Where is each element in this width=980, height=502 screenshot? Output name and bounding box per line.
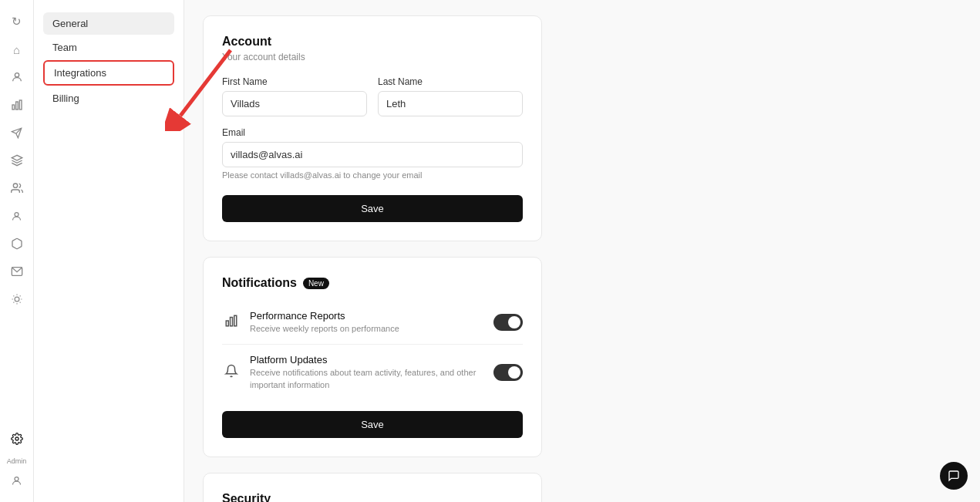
refresh-icon[interactable]: ↻ — [5, 9, 29, 34]
nav-item-integrations[interactable]: Integrations — [43, 60, 174, 86]
bulb-icon[interactable] — [5, 287, 29, 312]
account-subtitle: Your account details — [222, 52, 523, 62]
notifications-title: Notifications — [222, 276, 297, 290]
performance-title: Performance Reports — [250, 310, 484, 322]
home-icon[interactable]: ⌂ — [5, 37, 29, 62]
security-card: Security Password Update your password U… — [203, 473, 542, 502]
svg-line-14 — [19, 302, 20, 303]
notif-item-performance: Performance Reports Receive weekly repor… — [222, 301, 523, 345]
performance-text: Performance Reports Receive weekly repor… — [250, 310, 484, 335]
admin-avatar-icon[interactable] — [5, 468, 29, 493]
svg-point-8 — [15, 212, 19, 216]
svg-point-10 — [15, 297, 19, 302]
svg-point-7 — [13, 184, 17, 187]
svg-rect-24 — [231, 317, 233, 325]
performance-toggle[interactable] — [493, 314, 523, 331]
last-name-label: Last Name — [378, 76, 523, 87]
settings-nav: General Team Integrations Billing — [34, 0, 184, 502]
platform-icon — [222, 364, 241, 382]
person-icon[interactable] — [5, 204, 29, 228]
svg-line-13 — [13, 295, 14, 296]
chat-button[interactable] — [940, 462, 968, 490]
platform-text: Platform Updates Receive notifications a… — [250, 354, 484, 391]
svg-point-0 — [15, 73, 19, 77]
performance-desc: Receive weekly reports on performance — [250, 323, 484, 335]
email-note: Please contact villads@alvas.ai to chang… — [222, 170, 523, 180]
account-save-button[interactable]: Save — [222, 195, 523, 222]
nav-item-billing[interactable]: Billing — [43, 87, 174, 109]
layers-icon[interactable] — [5, 148, 29, 173]
email-label: Email — [222, 127, 523, 138]
svg-rect-25 — [234, 315, 237, 326]
svg-rect-23 — [226, 321, 228, 326]
account-title: Account — [222, 35, 523, 49]
svg-rect-3 — [19, 100, 22, 109]
svg-rect-1 — [12, 105, 15, 109]
box-icon[interactable] — [5, 231, 29, 256]
team-icon[interactable] — [5, 176, 29, 200]
sidebar: ↻ ⌂ Admin — [0, 0, 34, 502]
nav-item-general[interactable]: General — [43, 12, 174, 35]
svg-point-19 — [15, 437, 19, 440]
send-icon[interactable] — [5, 120, 29, 145]
notif-item-platform: Platform Updates Receive notifications a… — [222, 345, 523, 400]
notifications-save-button[interactable]: Save — [222, 411, 523, 438]
performance-icon — [222, 314, 241, 332]
notifications-card: Notifications New Performance Reports Re… — [203, 257, 542, 457]
svg-line-18 — [19, 295, 20, 296]
first-name-label: First Name — [222, 76, 367, 87]
new-badge: New — [303, 278, 329, 289]
platform-title: Platform Updates — [250, 354, 484, 366]
nav-item-team[interactable]: Team — [43, 36, 174, 59]
admin-label: Admin — [7, 457, 27, 465]
first-name-input[interactable] — [222, 91, 367, 116]
mail-icon[interactable] — [5, 259, 29, 284]
settings-icon[interactable] — [5, 426, 29, 451]
account-card: Account Your account details First Name … — [203, 15, 542, 241]
svg-marker-6 — [12, 155, 22, 160]
chart-icon[interactable] — [5, 93, 29, 117]
main-content: Account Your account details First Name … — [184, 0, 980, 502]
svg-point-20 — [15, 477, 19, 480]
svg-line-17 — [13, 302, 14, 303]
email-input[interactable] — [222, 142, 523, 167]
security-title: Security — [222, 492, 523, 502]
platform-desc: Receive notifications about team activit… — [250, 367, 484, 391]
platform-toggle[interactable] — [493, 364, 523, 381]
last-name-input[interactable] — [378, 91, 523, 116]
users-icon[interactable] — [5, 65, 29, 89]
svg-rect-2 — [15, 102, 18, 109]
